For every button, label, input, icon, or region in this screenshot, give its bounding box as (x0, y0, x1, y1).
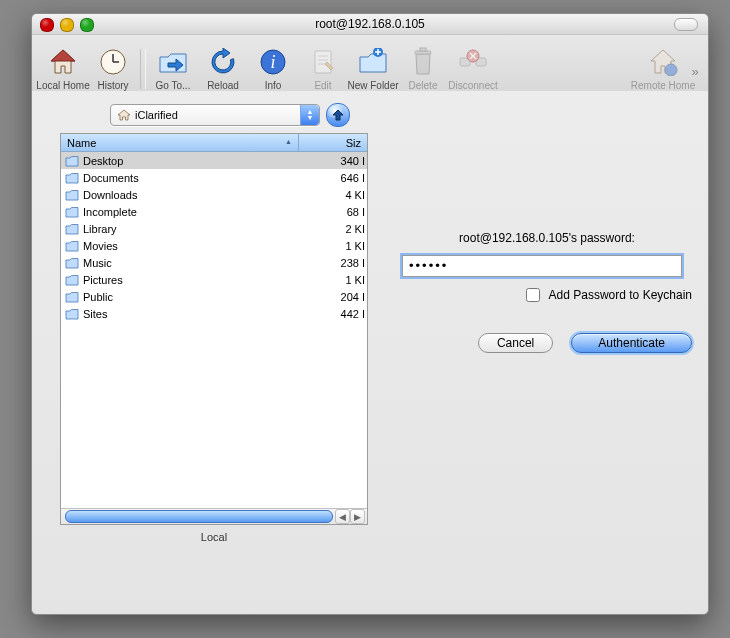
file-name: Documents (83, 172, 139, 184)
file-name: Music (83, 257, 112, 269)
column-size[interactable]: Siz (299, 134, 367, 151)
file-size: 2 KI (309, 223, 367, 235)
titlebar: root@192.168.0.105 (32, 14, 708, 35)
svg-rect-7 (315, 51, 331, 73)
new-folder-button[interactable]: New Folder (348, 45, 398, 91)
folder-icon (65, 206, 79, 218)
toolbar-separator (140, 49, 146, 89)
file-name: Sites (83, 308, 107, 320)
goto-icon (156, 45, 190, 79)
table-row[interactable]: Pictures1 KI (61, 271, 367, 288)
svg-point-22 (665, 64, 677, 76)
app-window: root@192.168.0.105 Local Home History Go… (31, 13, 709, 615)
info-label: Info (265, 80, 282, 91)
remote-home-icon (646, 45, 680, 79)
keychain-label: Add Password to Keychain (549, 288, 692, 302)
path-popup-label: iClarified (135, 109, 178, 121)
table-row[interactable]: Public204 I (61, 288, 367, 305)
folder-icon (65, 274, 79, 286)
window-body: iClarified ▲▼ Name Siz Desktop340 IDocum… (32, 91, 708, 614)
file-list: Name Siz Desktop340 IDocuments646 IDownl… (60, 133, 368, 525)
file-size: 1 KI (309, 274, 367, 286)
folder-icon (65, 308, 79, 320)
remote-home-label: Remote Home (631, 80, 695, 91)
file-name: Library (83, 223, 117, 235)
reload-label: Reload (207, 80, 239, 91)
local-home-label: Local Home (36, 80, 89, 91)
keychain-checkbox[interactable] (526, 288, 540, 302)
go-up-button[interactable] (326, 103, 350, 127)
svg-rect-15 (420, 48, 426, 51)
svg-text:i: i (270, 52, 275, 72)
info-icon: i (256, 45, 290, 79)
file-rows: Desktop340 IDocuments646 IDownloads4 KII… (61, 152, 367, 508)
goto-label: Go To... (156, 80, 191, 91)
trash-icon (406, 45, 440, 79)
table-row[interactable]: Incomplete68 I (61, 203, 367, 220)
file-size: 1 KI (309, 240, 367, 252)
delete-label: Delete (409, 80, 438, 91)
disconnect-label: Disconnect (448, 80, 497, 91)
local-home-button[interactable]: Local Home (38, 45, 88, 91)
auth-panel: root@192.168.0.105's password: Add Passw… (402, 231, 692, 353)
scroll-right-icon[interactable]: ▶ (350, 509, 365, 524)
file-size: 238 I (309, 257, 367, 269)
edit-button: Edit (298, 45, 348, 91)
horizontal-scrollbar[interactable]: ◀ ▶ (61, 508, 367, 524)
file-size: 4 KI (309, 189, 367, 201)
pane-label: Local (60, 531, 368, 543)
password-field[interactable] (402, 255, 682, 277)
new-folder-icon (356, 45, 390, 79)
toolbar-overflow-icon[interactable]: » (688, 51, 702, 91)
info-button[interactable]: i Info (248, 45, 298, 91)
reload-icon (206, 45, 240, 79)
svg-marker-1 (51, 50, 75, 61)
clock-icon (96, 45, 130, 79)
table-row[interactable]: Documents646 I (61, 169, 367, 186)
folder-icon (65, 223, 79, 235)
table-row[interactable]: Library2 KI (61, 220, 367, 237)
home-icon (46, 45, 80, 79)
disconnect-icon (456, 45, 490, 79)
cancel-button[interactable]: Cancel (478, 333, 553, 353)
toolbar-toggle-button[interactable] (674, 18, 698, 31)
home-small-icon (117, 109, 131, 121)
path-popup[interactable]: iClarified ▲▼ (110, 104, 320, 126)
keychain-row[interactable]: Add Password to Keychain (402, 285, 692, 305)
file-size: 646 I (309, 172, 367, 184)
file-size: 442 I (309, 308, 367, 320)
file-name: Desktop (83, 155, 123, 167)
table-row[interactable]: Sites442 I (61, 305, 367, 322)
history-button[interactable]: History (88, 45, 138, 91)
folder-icon (65, 172, 79, 184)
edit-label: Edit (314, 80, 331, 91)
table-row[interactable]: Music238 I (61, 254, 367, 271)
table-row[interactable]: Desktop340 I (61, 152, 367, 169)
authenticate-button[interactable]: Authenticate (571, 333, 692, 353)
file-name: Incomplete (83, 206, 137, 218)
toolbar: Local Home History Go To... Reload i Inf (32, 35, 708, 94)
scroll-left-icon[interactable]: ◀ (335, 509, 350, 524)
history-label: History (97, 80, 128, 91)
file-size: 340 I (309, 155, 367, 167)
edit-icon (306, 45, 340, 79)
folder-icon (65, 257, 79, 269)
new-folder-label: New Folder (347, 80, 398, 91)
table-row[interactable]: Movies1 KI (61, 237, 367, 254)
remote-home-button: Remote Home (638, 45, 688, 91)
goto-button[interactable]: Go To... (148, 45, 198, 91)
folder-icon (65, 189, 79, 201)
file-size: 204 I (309, 291, 367, 303)
file-size: 68 I (309, 206, 367, 218)
password-prompt: root@192.168.0.105's password: (402, 231, 692, 245)
window-title: root@192.168.0.105 (32, 17, 708, 31)
table-row[interactable]: Downloads4 KI (61, 186, 367, 203)
column-headers: Name Siz (61, 134, 367, 152)
scrollbar-thumb[interactable] (65, 510, 333, 523)
popup-arrows-icon: ▲▼ (300, 105, 319, 125)
reload-button[interactable]: Reload (198, 45, 248, 91)
file-name: Pictures (83, 274, 123, 286)
disconnect-button: Disconnect (448, 45, 498, 91)
local-pane: iClarified ▲▼ Name Siz Desktop340 IDocum… (60, 103, 368, 543)
column-name[interactable]: Name (61, 134, 299, 151)
